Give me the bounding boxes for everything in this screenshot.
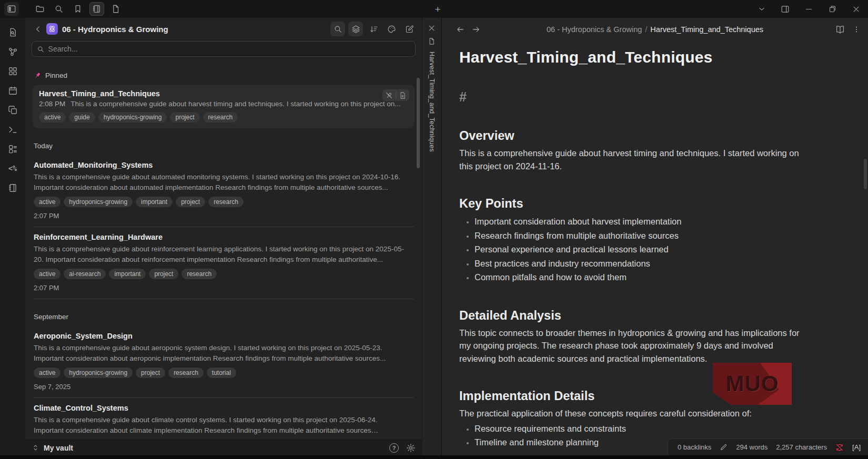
tag-pill[interactable]: active — [34, 197, 60, 207]
note-title: Climate_Control_Systems — [34, 404, 413, 412]
layout-list-button[interactable] — [6, 143, 19, 155]
toggle-left-sidebar-button[interactable] — [4, 2, 19, 16]
tag-pill[interactable]: research — [208, 197, 244, 207]
bullet-item: Research findings from multiple authorit… — [475, 229, 801, 243]
panel-left-icon — [7, 4, 16, 14]
vault-name[interactable]: My vault — [44, 444, 73, 452]
tag-pill[interactable]: project — [136, 368, 165, 378]
settings-gear-icon[interactable] — [406, 443, 416, 453]
note-list-item[interactable]: Climate_Control_Systems This is a compre… — [34, 398, 413, 440]
more-options-icon[interactable] — [852, 25, 861, 34]
notebook-view-button-active[interactable] — [89, 2, 104, 16]
back-button[interactable] — [32, 23, 44, 35]
new-file-button[interactable] — [108, 2, 123, 16]
layout-list-icon — [8, 144, 18, 154]
editor-pane: 06 - Hydroponics & Growing/Harvest_Timin… — [442, 18, 868, 455]
templater-button[interactable]: <% — [6, 162, 19, 174]
navigate-forward-icon[interactable] — [471, 25, 481, 34]
character-count: 2,257 characters — [776, 443, 827, 451]
tag-pill[interactable]: active — [39, 112, 66, 123]
app-window: + — [0, 0, 868, 459]
journal-button[interactable] — [6, 182, 19, 193]
tag-pill[interactable]: guide — [69, 112, 95, 123]
list-panel-header: 06 - Hydroponics & Growing — [25, 18, 422, 40]
note-timestamp: 2:08 PM — [39, 100, 65, 108]
minimize-button[interactable] — [797, 0, 821, 18]
close-window-button[interactable] — [844, 0, 868, 18]
note-content[interactable]: Harvest_Timing_and_Techniques # Overview… — [442, 41, 868, 450]
open-note-button[interactable] — [396, 89, 409, 101]
tag-pill[interactable]: project — [176, 197, 205, 207]
note-list-item[interactable]: Reinforcement_Learning_Hardware This is … — [34, 227, 413, 299]
empty-heading-marker: # — [459, 89, 847, 105]
quick-switcher-button[interactable] — [6, 26, 19, 38]
tag-pill[interactable]: hydroponics-growing — [64, 197, 133, 207]
vault-switcher-icon[interactable] — [32, 444, 39, 452]
calendar-button[interactable] — [6, 85, 19, 96]
tag-pill[interactable]: project — [149, 269, 178, 279]
search-input[interactable] — [48, 45, 410, 53]
bookmarks-button[interactable] — [70, 2, 85, 16]
sync-off-icon[interactable] — [835, 443, 844, 452]
calendar-icon — [8, 86, 18, 96]
tag-pill[interactable]: project — [170, 112, 199, 123]
help-button[interactable]: ? — [389, 443, 399, 453]
edit-mode-icon[interactable] — [720, 443, 728, 451]
tag-pill[interactable]: hydroponics-growing — [64, 368, 133, 378]
minimize-icon — [805, 5, 813, 13]
mode-indicator[interactable]: [A] — [852, 443, 861, 451]
sort-button[interactable] — [366, 22, 381, 36]
tag-pill[interactable]: important — [136, 197, 173, 207]
unpin-button[interactable] — [382, 89, 396, 101]
note-list-item[interactable]: Aeroponic_System_Design This is a compre… — [34, 326, 413, 398]
backlinks-count[interactable]: 0 backlinks — [678, 443, 711, 451]
tag-pill[interactable]: tutorial — [207, 368, 236, 378]
list-search-button[interactable] — [330, 22, 345, 36]
stacked-tab-strip[interactable]: Harvest_Timing_and_Techniques — [422, 18, 441, 455]
copy-note-button[interactable] — [6, 104, 19, 116]
square-pen-icon — [405, 25, 414, 34]
new-note-button[interactable] — [402, 22, 417, 36]
search-field[interactable] — [32, 41, 416, 57]
group-by-button[interactable] — [348, 22, 363, 36]
dashboard-button[interactable] — [6, 65, 19, 77]
appearance-button[interactable] — [384, 22, 399, 36]
pinned-note-card[interactable]: Harvest_Timing_and_Techniques 2:08 PM Th… — [33, 85, 415, 128]
navigate-back-icon[interactable] — [456, 25, 465, 34]
file-icon — [111, 4, 120, 14]
new-tab-button[interactable]: + — [430, 2, 445, 16]
reading-view-icon[interactable] — [835, 25, 845, 34]
stacked-tab-title[interactable]: Harvest_Timing_and_Techniques — [428, 52, 436, 152]
tag-pill[interactable]: ai-research — [64, 269, 106, 279]
tag-pill[interactable]: active — [34, 269, 60, 279]
section-paragraph: This is a comprehensive guide about harv… — [459, 147, 808, 172]
tag-pill[interactable]: hydroponics-growing — [98, 112, 167, 123]
close-tab-icon[interactable] — [428, 24, 436, 32]
tag-pill[interactable]: research — [203, 112, 238, 123]
terminal-button[interactable] — [6, 124, 19, 135]
note-list-scroll-area[interactable]: Pinned Harvest_Timing_and_Techniques 2:0… — [25, 58, 422, 440]
tag-pill[interactable]: research — [181, 269, 217, 279]
note-title: Harvest_Timing_and_Techniques — [39, 89, 408, 98]
tag-pill[interactable]: research — [168, 368, 204, 378]
global-search-button[interactable] — [52, 2, 66, 16]
breadcrumb-note[interactable]: Harvest_Timing_and_Techniques — [650, 25, 763, 34]
open-folder-button[interactable] — [33, 2, 47, 16]
graph-view-button[interactable] — [6, 46, 19, 57]
tag-pill[interactable]: important — [109, 269, 146, 279]
tag-pill[interactable]: active — [34, 368, 60, 378]
section-paragraph: This topic connects to broader themes in… — [459, 327, 808, 365]
note-list-section: September Aeroponic_System_Design This i… — [25, 313, 422, 440]
section-header: Today — [34, 142, 413, 150]
editor-scrollbar-thumb[interactable] — [864, 159, 867, 189]
breadcrumb: 06 - Hydroponics & Growing/Harvest_Timin… — [442, 25, 868, 34]
breadcrumb-folder[interactable]: 06 - Hydroponics & Growing — [547, 25, 642, 34]
window-menu-button[interactable] — [750, 0, 773, 18]
unpin-icon — [385, 91, 393, 99]
toggle-right-sidebar-button[interactable] — [773, 0, 797, 18]
list-scrollbar-thumb[interactable] — [417, 78, 420, 168]
restore-button[interactable] — [821, 0, 844, 18]
window-bottom-edge — [0, 455, 868, 459]
note-list-item[interactable]: Automated_Monitoring_Systems This is a c… — [34, 155, 413, 227]
journal-icon — [8, 183, 18, 193]
